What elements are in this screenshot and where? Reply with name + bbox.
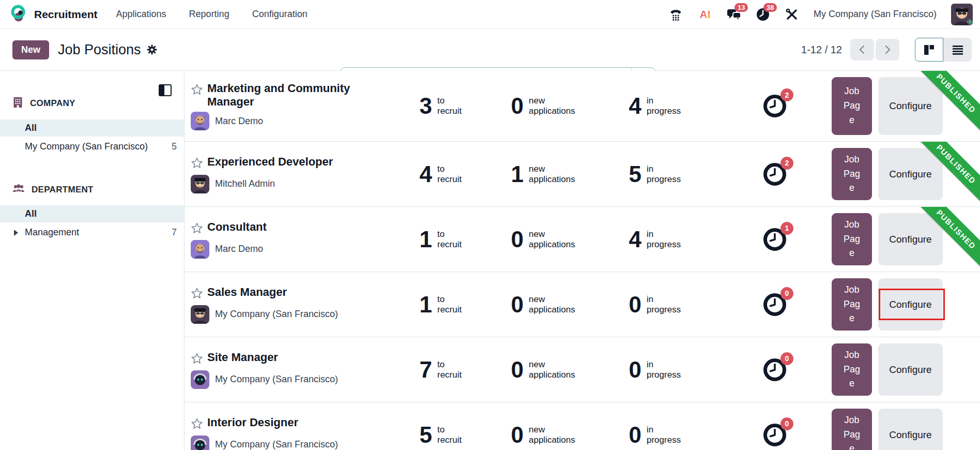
nav-menu-applications[interactable]: Applications xyxy=(116,9,166,20)
configure-button[interactable]: Configure xyxy=(878,343,943,396)
recruiter-name: My Company (San Francisco) xyxy=(215,309,338,320)
recruiter-name: Marc Demo xyxy=(215,116,263,127)
new-applications-count: 0 xyxy=(499,293,524,316)
job-row-interior-designer[interactable]: Interior Designer My Company (San Franci… xyxy=(185,402,980,450)
activities-count-badge: 0 xyxy=(780,417,793,430)
in-progress-count: 0 xyxy=(617,358,641,381)
to-recruit-count: 1 xyxy=(405,228,432,251)
job-position-title[interactable]: Sales Manager xyxy=(207,286,287,299)
job-position-title[interactable]: Marketing and Community Manager xyxy=(207,82,373,109)
stat-in-progress[interactable]: 4 in progress xyxy=(617,95,736,117)
recruiter-avatar xyxy=(191,240,209,259)
sidebar-section-title: DEPARTMENT xyxy=(32,185,94,195)
activities-clock-icon[interactable]: 0 xyxy=(763,358,787,382)
messages-icon[interactable]: 13 xyxy=(727,7,741,22)
ai-assistant-icon[interactable]: AI xyxy=(698,7,712,22)
stat-new-applications[interactable]: 0 new applications xyxy=(499,358,617,381)
sidebar-section-title: COMPANY xyxy=(30,98,75,109)
voip-phone-icon[interactable] xyxy=(669,7,683,22)
recruitment-app-logo-icon xyxy=(9,4,28,25)
stat-to-recruit: 4 to recruit xyxy=(405,163,499,186)
favorite-star-icon[interactable] xyxy=(191,83,203,98)
activities-icon[interactable]: 38 xyxy=(756,7,770,22)
new-applications-label: new applications xyxy=(529,96,586,116)
list-view-button[interactable] xyxy=(943,38,972,62)
job-row-sales-manager[interactable]: Sales Manager My Company (San Francisco)… xyxy=(185,272,980,337)
stat-new-applications[interactable]: 0 new applications xyxy=(499,228,617,251)
configure-button[interactable]: Configure xyxy=(878,77,943,135)
nav-menu-reporting[interactable]: Reporting xyxy=(189,9,229,20)
favorite-star-icon[interactable] xyxy=(191,157,203,171)
in-progress-label: in progress xyxy=(647,294,688,314)
configure-button[interactable]: Configure xyxy=(878,213,943,265)
job-page-button[interactable]: Job Page xyxy=(832,278,872,331)
in-progress-count: 5 xyxy=(617,163,641,186)
stat-in-progress[interactable]: 4 in progress xyxy=(617,228,736,251)
building-icon xyxy=(12,97,23,110)
in-progress-label: in progress xyxy=(647,96,688,116)
favorite-star-icon[interactable] xyxy=(191,222,203,236)
activities-clock-icon[interactable]: 0 xyxy=(763,293,787,317)
sidebar-item-all[interactable]: All xyxy=(0,119,184,137)
pager-next-button[interactable] xyxy=(876,39,899,61)
job-row-marketing-and-community-manager[interactable]: Marketing and Community Manager Marc Dem… xyxy=(185,71,980,142)
job-position-title[interactable]: Consultant xyxy=(207,220,267,234)
job-row-site-manager[interactable]: Site Manager My Company (San Francisco) … xyxy=(185,337,980,402)
stat-new-applications[interactable]: 0 new applications xyxy=(499,293,617,316)
expand-caret-icon[interactable] xyxy=(14,230,18,236)
sidebar-item-label: My Company (San Francisco) xyxy=(25,141,148,152)
stat-to-recruit: 5 to recruit xyxy=(405,424,499,446)
stat-new-applications[interactable]: 1 new applications xyxy=(499,163,617,186)
pager-previous-button[interactable] xyxy=(850,39,874,61)
new-applications-label: new applications xyxy=(529,164,586,184)
stat-new-applications[interactable]: 0 new applications xyxy=(499,95,617,117)
job-position-title[interactable]: Experienced Developer xyxy=(207,155,333,169)
favorite-star-icon[interactable] xyxy=(191,417,203,432)
stat-new-applications[interactable]: 0 new applications xyxy=(499,424,617,446)
to-recruit-count: 3 xyxy=(405,95,432,117)
job-page-button[interactable]: Job Page xyxy=(832,213,872,265)
new-applications-count: 0 xyxy=(499,358,524,381)
activities-clock-icon[interactable]: 1 xyxy=(763,228,787,251)
favorite-star-icon[interactable] xyxy=(191,287,203,302)
configure-button[interactable]: Configure xyxy=(878,409,943,450)
stat-in-progress[interactable]: 5 in progress xyxy=(617,163,736,186)
new-button[interactable]: New xyxy=(12,40,49,59)
activities-count-badge: 2 xyxy=(780,88,793,101)
recruiter-avatar xyxy=(191,112,209,130)
view-settings-gear-icon[interactable] xyxy=(146,44,158,55)
job-position-title[interactable]: Interior Designer xyxy=(207,416,298,429)
sidebar-item-all[interactable]: All xyxy=(0,205,184,222)
kanban-view-button[interactable] xyxy=(915,38,943,62)
job-page-button[interactable]: Job Page xyxy=(832,343,872,396)
company-switcher[interactable]: My Company (San Francisco) xyxy=(814,9,937,20)
sidebar-item-my-company-san-francisco-[interactable]: My Company (San Francisco) 5 xyxy=(0,138,184,155)
sidebar-item-management[interactable]: Management 7 xyxy=(0,224,184,241)
activities-clock-icon[interactable]: 0 xyxy=(763,423,787,447)
debug-tools-icon[interactable] xyxy=(785,7,799,22)
annotation-highlight-box xyxy=(879,289,945,320)
new-applications-count: 1 xyxy=(499,163,524,186)
app-switcher[interactable]: Recruitment xyxy=(9,4,98,25)
recruitment-app-window: Recruitment ApplicationsReportingConfigu… xyxy=(0,0,980,450)
user-avatar[interactable]: ✈ xyxy=(951,4,973,25)
nav-menu-configuration[interactable]: Configuration xyxy=(252,9,308,20)
stat-to-recruit: 1 to recruit xyxy=(405,293,499,316)
stat-in-progress[interactable]: 0 in progress xyxy=(617,293,736,316)
sidebar-collapse-icon[interactable] xyxy=(159,84,172,96)
sidebar-item-label: All xyxy=(25,123,37,133)
job-page-button[interactable]: Job Page xyxy=(832,409,872,450)
job-row-consultant[interactable]: Consultant Marc Demo 1 to recruit 0 new … xyxy=(185,207,980,272)
favorite-star-icon[interactable] xyxy=(191,352,203,367)
stat-in-progress[interactable]: 0 in progress xyxy=(617,358,736,381)
stat-in-progress[interactable]: 0 in progress xyxy=(617,424,736,446)
configure-button[interactable]: Configure xyxy=(878,278,943,331)
job-page-button[interactable]: Job Page xyxy=(832,77,872,135)
configure-button[interactable]: Configure xyxy=(878,148,943,200)
job-position-title[interactable]: Site Manager xyxy=(207,351,278,364)
job-row-experienced-developer[interactable]: Experienced Developer Mitchell Admin 4 t… xyxy=(185,142,980,207)
activities-clock-icon[interactable]: 2 xyxy=(763,162,787,186)
job-page-button[interactable]: Job Page xyxy=(832,148,872,200)
activities-clock-icon[interactable]: 2 xyxy=(763,94,787,118)
stat-to-recruit: 1 to recruit xyxy=(405,228,499,251)
